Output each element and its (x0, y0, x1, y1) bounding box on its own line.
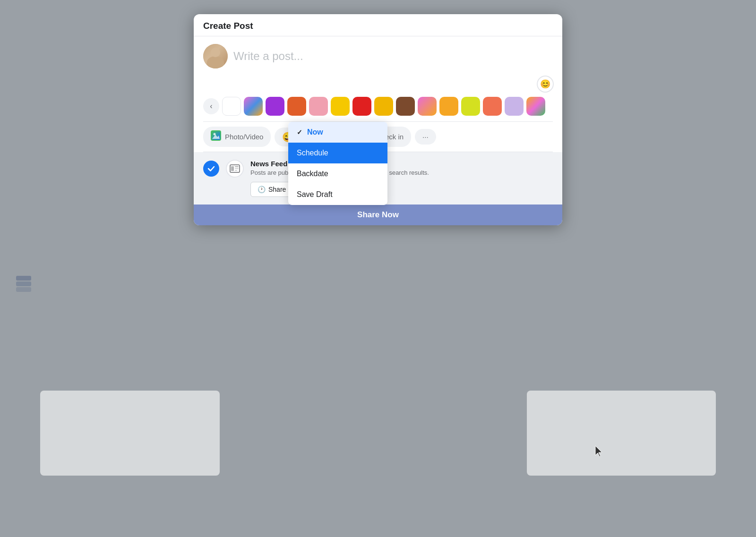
checkmark-icon: ✓ (297, 128, 302, 136)
photo-video-button[interactable]: Photo/Video (203, 127, 271, 147)
post-placeholder[interactable]: Write a post... (233, 44, 553, 63)
bg-card-right (527, 391, 716, 476)
svg-rect-10 (235, 166, 239, 167)
svg-rect-2 (16, 287, 31, 292)
bg-swatch-gold[interactable] (374, 97, 393, 116)
bg-scroll-left[interactable]: ‹ (203, 98, 219, 114)
dropdown-item-schedule[interactable]: Schedule (288, 143, 387, 163)
dropdown-now-label: Now (307, 128, 323, 136)
more-dots: ··· (422, 133, 429, 141)
bg-swatch-gradient3[interactable] (526, 97, 545, 116)
dropdown-save-draft-label: Save Draft (297, 190, 333, 199)
check-circle (203, 161, 219, 177)
clock-icon: 🕐 (258, 186, 266, 193)
create-post-modal: Create Post Write a post... 😊 ‹ (194, 14, 562, 225)
modal-header: Create Post (194, 14, 562, 36)
post-area: Write a post... (194, 36, 562, 93)
bg-swatch-purple[interactable] (266, 97, 284, 116)
bg-swatch-amber[interactable] (439, 97, 458, 116)
dropdown-item-backdate[interactable]: Backdate (288, 163, 387, 184)
dropdown-schedule-label: Schedule (297, 149, 328, 157)
svg-rect-11 (235, 168, 239, 169)
bg-swatch-brown[interactable] (396, 97, 415, 116)
modal-title: Create Post (203, 21, 253, 31)
svg-rect-1 (16, 281, 31, 286)
bg-swatch-lime[interactable] (461, 97, 480, 116)
bg-swatch-yellow[interactable] (331, 97, 350, 116)
news-feed-icon (226, 160, 244, 178)
bg-swatch-gradient2[interactable] (418, 97, 437, 116)
svg-rect-12 (235, 170, 237, 171)
dropdown-item-save-draft[interactable]: Save Draft (288, 184, 387, 205)
dropdown-backdate-label: Backdate (297, 170, 328, 178)
photo-video-label: Photo/Video (225, 133, 263, 141)
more-options-button[interactable]: ··· (415, 129, 436, 145)
cursor-icon (593, 445, 605, 461)
photo-video-icon (211, 130, 221, 143)
modal-footer: ✓ Now Schedule Backdate Save Draft Share… (194, 205, 562, 225)
dropdown-item-now[interactable]: ✓ Now (288, 122, 387, 143)
svg-rect-0 (16, 276, 31, 281)
bg-swatch-coral[interactable] (483, 97, 502, 116)
emoji-button[interactable]: 😊 (537, 76, 554, 93)
bg-swatch-lavender[interactable] (505, 97, 524, 116)
bg-swatch-white[interactable] (222, 97, 241, 116)
bg-swatch-pink[interactable] (309, 97, 328, 116)
share-now-dropdown: ✓ Now Schedule Backdate Save Draft (288, 122, 387, 205)
background-strip: ‹ (194, 93, 562, 121)
share-now-big-button[interactable]: Share Now (194, 205, 562, 225)
bg-swatch-red[interactable] (352, 97, 371, 116)
bg-card-left (40, 391, 220, 476)
avatar (203, 44, 228, 68)
bg-swatch-orange[interactable] (287, 97, 306, 116)
sidebar-stack-icon (14, 274, 33, 295)
bg-swatch-gradient1[interactable] (244, 97, 263, 116)
page-background: Create Post Write a post... 😊 ‹ (0, 0, 756, 537)
svg-rect-9 (231, 166, 234, 171)
